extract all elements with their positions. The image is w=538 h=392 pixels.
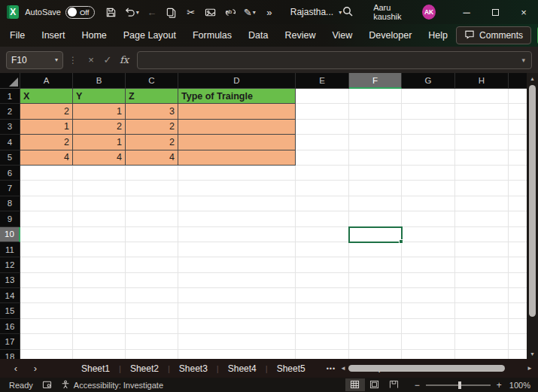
translate-button[interactable]: ab [221, 3, 239, 21]
cell-A10[interactable] [20, 227, 73, 242]
cell-C12[interactable] [126, 257, 178, 272]
sheet-tab-sheet3[interactable]: Sheet3 [170, 360, 217, 377]
cell-B5[interactable]: 4 [73, 150, 126, 166]
zoom-slider-thumb[interactable] [458, 381, 461, 389]
tab-view[interactable]: View [324, 26, 360, 44]
cell-G15[interactable] [402, 303, 455, 318]
cell-C5[interactable]: 4 [126, 150, 178, 166]
row-header-4[interactable]: 4 [0, 135, 20, 150]
undo-button[interactable]: ▾ [122, 3, 141, 21]
user-avatar[interactable]: AK [422, 5, 436, 20]
cell-H13[interactable] [455, 273, 509, 288]
cell-F7[interactable] [349, 181, 402, 196]
col-header-C[interactable]: C [126, 73, 178, 89]
cell-D18[interactable] [178, 350, 296, 359]
cell-F17[interactable] [349, 334, 402, 349]
cell-B18[interactable] [73, 350, 126, 359]
cell-F9[interactable] [349, 211, 402, 226]
cell-H15[interactable] [455, 303, 509, 318]
cell-F6[interactable] [349, 166, 402, 181]
vertical-scrollbar[interactable]: ▲ ▼ [527, 73, 538, 359]
enter-button[interactable]: ✓ [99, 54, 116, 65]
cell-H17[interactable] [455, 334, 509, 349]
col-header-E[interactable]: E [296, 73, 349, 89]
cell-A4[interactable]: 2 [20, 135, 73, 150]
cell-C7[interactable] [126, 181, 178, 196]
close-button[interactable]: × [509, 0, 538, 24]
col-header-D[interactable]: D [178, 73, 296, 89]
minimize-button[interactable]: ─ [452, 0, 481, 24]
row-header-17[interactable]: 17 [0, 334, 20, 349]
cell-C13[interactable] [126, 273, 178, 288]
cell-F2[interactable] [349, 104, 402, 119]
cell-E7[interactable] [296, 181, 349, 196]
cell-C10[interactable] [126, 227, 178, 242]
cell-G5[interactable] [402, 150, 455, 166]
cell-H2[interactable] [455, 104, 509, 119]
document-title[interactable]: Rajastha... ▾ [290, 7, 342, 17]
user-account[interactable]: Aaru kaushik AK [373, 3, 436, 21]
cell-E6[interactable] [296, 166, 349, 181]
search-button[interactable] [342, 5, 354, 19]
zoom-slider[interactable] [426, 384, 491, 386]
cell-D6[interactable] [178, 166, 296, 181]
row-header-2[interactable]: 2 [0, 104, 20, 119]
cell-G2[interactable] [402, 104, 455, 119]
cell-C16[interactable] [126, 319, 178, 334]
cell-A18[interactable] [20, 350, 73, 359]
cell-G8[interactable] [402, 196, 455, 211]
cell-A14[interactable] [20, 288, 73, 303]
cell-E8[interactable] [296, 196, 349, 211]
cell-F13[interactable] [349, 273, 402, 288]
select-all-button[interactable] [0, 73, 20, 89]
cell-E14[interactable] [296, 288, 349, 303]
cell-E9[interactable] [296, 211, 349, 226]
cell-B10[interactable] [73, 227, 126, 242]
cell-C4[interactable]: 2 [126, 135, 178, 150]
cell-A3[interactable]: 1 [20, 120, 73, 135]
row-header-12[interactable]: 12 [0, 257, 20, 272]
tab-review[interactable]: Review [276, 26, 324, 44]
cell-D1[interactable]: Type of Traingle [178, 89, 296, 104]
row-header-3[interactable]: 3 [0, 120, 20, 135]
cell-F3[interactable] [349, 120, 402, 135]
horizontal-scrollbar-thumb[interactable] [348, 365, 505, 372]
cell-A16[interactable] [20, 319, 73, 334]
autosave-toggle[interactable]: Off [65, 6, 95, 19]
cell-B17[interactable] [73, 334, 126, 349]
cell-G17[interactable] [402, 334, 455, 349]
page-break-view-button[interactable] [385, 378, 404, 391]
cell-G18[interactable] [402, 350, 455, 359]
sheet-tab-sheet4[interactable]: Sheet4 [219, 360, 266, 377]
cell-H18[interactable] [455, 350, 509, 359]
accessibility-status[interactable]: Accessibility: Investigate [61, 380, 163, 390]
draw-button[interactable]: ✎ ▾ [241, 3, 259, 21]
row-header-5[interactable]: 5 [0, 150, 20, 166]
formula-input[interactable]: ▾ [137, 51, 532, 69]
tab-file[interactable]: File [2, 26, 33, 44]
cell-D17[interactable] [178, 334, 296, 349]
col-header-G[interactable]: G [402, 73, 455, 89]
row-header-18[interactable]: 18 [0, 350, 20, 359]
cell-D10[interactable] [178, 227, 296, 242]
cell-H8[interactable] [455, 196, 509, 211]
cell-B1[interactable]: Y [73, 89, 126, 104]
cell-E12[interactable] [296, 257, 349, 272]
cell-B7[interactable] [73, 181, 126, 196]
cell-F12[interactable] [349, 257, 402, 272]
cell-A17[interactable] [20, 334, 73, 349]
horizontal-scrollbar[interactable]: ◄ ► [338, 362, 535, 375]
prev-sheet-button[interactable]: ‹ [6, 363, 26, 374]
cell-E4[interactable] [296, 135, 349, 150]
row-header-1[interactable]: 1 [0, 89, 20, 104]
macro-record-button[interactable] [42, 380, 52, 390]
scroll-down-icon[interactable]: ▼ [530, 348, 535, 359]
cell-H10[interactable] [455, 227, 509, 242]
cell-H16[interactable] [455, 319, 509, 334]
comments-button[interactable]: Comments [456, 26, 531, 44]
row-header-9[interactable]: 9 [0, 211, 20, 226]
cell-D5[interactable] [178, 150, 296, 166]
name-box-chevron-icon[interactable]: ▾ [55, 56, 58, 63]
pen-chevron-icon[interactable]: ▾ [253, 9, 256, 16]
cell-G6[interactable] [402, 166, 455, 181]
